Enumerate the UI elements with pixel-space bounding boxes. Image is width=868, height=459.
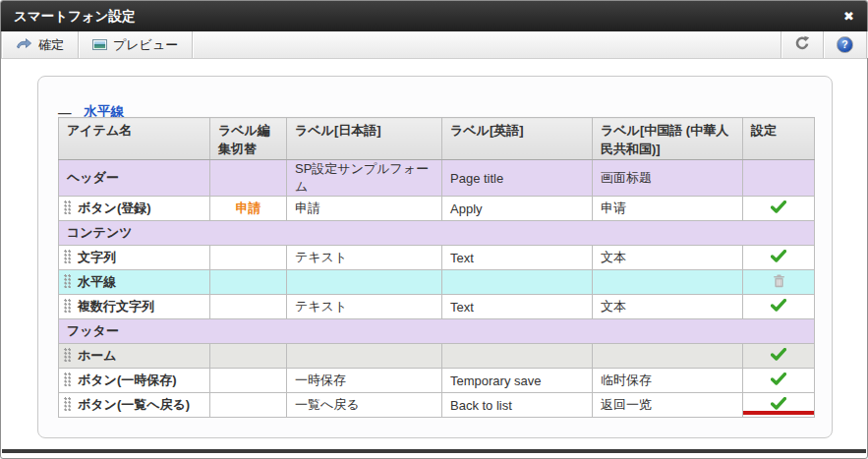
label-zh-cell: 文本	[593, 295, 743, 319]
label-ja-cell: SP設定サンプルフォーム	[287, 160, 442, 197]
label-edit-toggle-cell	[210, 393, 287, 418]
refresh-icon	[794, 35, 810, 54]
setting-cell	[743, 197, 815, 221]
item-name-cell: ボタン(登録)	[59, 197, 210, 221]
label-edit-toggle-cell	[210, 295, 287, 319]
setting-cell	[743, 295, 815, 319]
toolbar-separator	[866, 31, 867, 58]
toolbar-spacer	[193, 31, 781, 58]
label-edit-toggle-cell: 申請	[210, 197, 287, 221]
check-icon[interactable]	[771, 201, 786, 216]
item-name-label: 水平線	[78, 274, 116, 289]
settings-panel: — 水平線 アイテム名 ラベル編集切替 ラベル[日本語] ラベル[英語]	[37, 76, 833, 438]
help-icon: ?	[837, 36, 853, 53]
label-en-cell: Text	[442, 295, 593, 319]
check-icon[interactable]	[771, 299, 786, 315]
label-ja-cell: テキスト	[287, 246, 442, 270]
label-en-cell: Back to list	[442, 393, 593, 418]
image-icon	[92, 39, 107, 50]
confirm-button[interactable]: 確定	[2, 31, 78, 58]
label-zh-cell	[593, 270, 743, 295]
preview-button[interactable]: プレビュー	[79, 31, 192, 58]
check-icon[interactable]	[771, 250, 786, 265]
drag-handle-icon[interactable]	[64, 397, 72, 411]
setting-cell	[743, 160, 815, 197]
label-edit-toggle-cell	[210, 270, 287, 295]
table-row: ボタン(一覧へ戻る)一覧へ戻るBack to list返回一览	[59, 393, 815, 418]
item-name-label: ボタン(一時保存)	[78, 373, 177, 387]
setting-cell	[743, 344, 815, 369]
close-icon[interactable]: ✖	[843, 10, 854, 23]
dialog-titlebar: スマートフォン設定 ✖	[1, 1, 867, 31]
item-name-cell: ボタン(一時保存)	[59, 369, 210, 393]
toolbar: 確定 プレビュー ?	[1, 31, 867, 59]
group-row: フッター	[59, 319, 815, 344]
label-en-cell: Temporary save	[442, 369, 593, 393]
label-zh-cell: 返回一览	[593, 393, 743, 418]
dialog-content: — 水平線 アイテム名 ラベル編集切替 ラベル[日本語] ラベル[英語]	[2, 59, 866, 449]
label-ja-cell: 一時保存	[287, 369, 442, 393]
check-icon[interactable]	[771, 373, 786, 388]
items-table-wrap: アイテム名 ラベル編集切替 ラベル[日本語] ラベル[英語] ラベル[中国語 (…	[58, 117, 815, 418]
column-header-label-ja: ラベル[日本語]	[287, 118, 442, 160]
item-name-label: ヘッダー	[67, 170, 119, 185]
label-en-cell: Page title	[442, 160, 593, 197]
table-row: 水平線	[59, 270, 815, 295]
smartphone-settings-dialog: スマートフォン設定 ✖ 確定 プレビュー ?	[0, 0, 868, 459]
item-name-label: ホーム	[78, 348, 117, 363]
label-ja-cell: 一覧へ戻る	[287, 393, 442, 418]
item-name-label: ボタン(一覧へ戻る)	[78, 397, 190, 412]
item-name-cell: 水平線	[59, 270, 210, 295]
item-name-cell: ボタン(一覧へ戻る)	[59, 393, 210, 418]
label-en-cell	[442, 344, 593, 369]
label-edit-toggle-cell	[210, 246, 287, 270]
column-header-item-name: アイテム名	[59, 118, 210, 160]
drag-handle-icon[interactable]	[64, 348, 72, 362]
drag-handle-icon[interactable]	[64, 274, 72, 288]
item-name-label: 複数行文字列	[78, 299, 154, 314]
table-row: 文字列テキストText文本	[59, 246, 815, 270]
group-name: コンテンツ	[59, 221, 815, 246]
table-row: ボタン(登録)申請申請Apply申请	[59, 197, 815, 221]
label-en-cell: Text	[442, 246, 593, 270]
label-ja-cell	[287, 270, 442, 295]
label-ja-cell: テキスト	[287, 295, 442, 319]
refresh-button[interactable]	[781, 31, 823, 58]
label-zh-cell	[593, 344, 743, 369]
column-header-label-en: ラベル[英語]	[442, 118, 593, 160]
item-name-label: 文字列	[78, 250, 116, 264]
trash-icon[interactable]	[773, 274, 785, 291]
label-zh-cell: 文本	[593, 246, 743, 270]
label-zh-cell: 申请	[593, 197, 743, 221]
setting-cell	[743, 393, 815, 418]
column-header-label-zh: ラベル[中国語 (中華人民共和国)]	[593, 118, 743, 160]
item-name-cell: ホーム	[59, 344, 210, 369]
label-edit-toggle-cell	[210, 369, 287, 393]
setting-cell	[743, 270, 815, 295]
table-body: ヘッダーSP設定サンプルフォームPage title画面标题ボタン(登録)申請申…	[59, 160, 815, 418]
label-en-cell: Apply	[442, 197, 593, 221]
setting-cell	[743, 246, 815, 270]
check-icon[interactable]	[771, 397, 786, 413]
confirm-button-label: 確定	[38, 36, 64, 54]
label-zh-cell: 临时保存	[593, 369, 743, 393]
items-table: アイテム名 ラベル編集切替 ラベル[日本語] ラベル[英語] ラベル[中国語 (…	[58, 117, 815, 418]
table-row: 複数行文字列テキストText文本	[59, 295, 815, 319]
drag-handle-icon[interactable]	[64, 201, 72, 214]
confirm-arrow-icon	[16, 37, 32, 52]
label-zh-cell: 画面标题	[593, 160, 743, 197]
group-name: ヘッダー	[59, 160, 210, 197]
dialog-title: スマートフォン設定	[14, 8, 135, 26]
drag-handle-icon[interactable]	[64, 373, 72, 386]
table-row: ボタン(一時保存)一時保存Temporary save临时保存	[59, 369, 815, 393]
label-edit-toggle-cell	[210, 344, 287, 369]
dialog-bottom-bar	[2, 449, 866, 453]
drag-handle-icon[interactable]	[64, 250, 72, 263]
label-ja-cell	[287, 344, 442, 369]
drag-handle-icon[interactable]	[64, 299, 72, 313]
check-icon[interactable]	[771, 348, 786, 364]
help-button[interactable]: ?	[824, 31, 866, 58]
table-row: ホーム	[59, 344, 815, 369]
label-en-cell	[442, 270, 593, 295]
group-row: ヘッダーSP設定サンプルフォームPage title画面标题	[59, 160, 815, 197]
